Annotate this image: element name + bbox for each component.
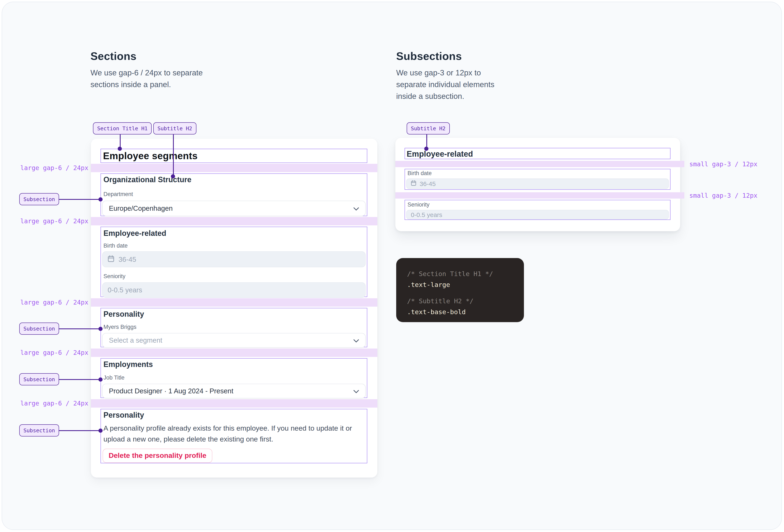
connector-dot-section-title [118, 147, 122, 151]
birth-date-placeholder: 36-45 [118, 255, 136, 263]
chevron-down-icon [354, 387, 359, 395]
subsection-title: Personality [104, 411, 366, 420]
gap-annotation-12-2: small gap-3 / 12px [689, 192, 757, 199]
subsection-employee-related: Employee-related Birth date 36-45 Senior… [101, 227, 367, 297]
birth-date-input[interactable]: 36-45 [102, 251, 366, 267]
subsection-title: Employments [104, 360, 366, 369]
job-title-value: Product Designer · 1 Aug 2024 - Present [109, 387, 233, 395]
department-label: Department [104, 191, 366, 198]
gap-annotation-24-3: large gap-6 / 24px [17, 299, 88, 306]
department-select[interactable]: Europe/Copenhagen [102, 201, 366, 216]
chevron-down-icon [354, 337, 359, 344]
subsections-heading: Subsections [396, 50, 462, 63]
element-seniority: Seniority 0-0.5 years [404, 200, 671, 220]
code-block: /* Section Title H1 */ .text-large /* Su… [396, 258, 524, 322]
tag-subtitle-h2-right: Subtitle H2 [407, 122, 450, 135]
subsection-tag-3: Subsection [19, 373, 59, 385]
code-comment-section-title: /* Section Title H1 */ [407, 269, 524, 279]
subsection-personality-delete: Personality A personality profile alread… [101, 409, 367, 463]
connector-dot-subsection-4 [99, 428, 103, 433]
gap-band-24-2 [91, 217, 377, 225]
spec-sheet: Sections We use gap-6 / 24px to separate… [0, 0, 784, 532]
connector-dot-subsection-2 [99, 327, 103, 331]
subsection-employments: Employments Job Title Product Designer ·… [101, 358, 367, 398]
code-class-text-large: .text-large [407, 279, 524, 290]
sections-heading: Sections [90, 50, 137, 63]
connector-dot-subtitle-right [424, 147, 428, 151]
gap-band-12-1 [395, 161, 684, 167]
birth-date-input[interactable]: 36-45 [406, 178, 669, 189]
connector-subsection-4 [54, 430, 101, 431]
seniority-label: Seniority [104, 273, 366, 280]
chevron-down-icon [354, 205, 359, 212]
myers-briggs-label: Myers Briggs [104, 324, 366, 331]
birth-date-label: Birth date [104, 243, 366, 249]
gap-band-24-1 [91, 164, 377, 172]
tag-section-title-h1: Section Title H1 [93, 122, 152, 135]
gap-annotation-24-1: large gap-6 / 24px [17, 164, 88, 172]
connector-subtitle-left [173, 135, 174, 176]
subsection-title: Personality [104, 310, 366, 319]
subsections-description: We use gap-3 or 12px to separate individ… [396, 67, 510, 102]
tag-subtitle-h2-left: Subtitle H2 [153, 122, 196, 135]
gap-band-24-3 [91, 298, 377, 307]
subsection-tag-2: Subsection [19, 323, 59, 335]
birth-date-placeholder: 36-45 [420, 180, 436, 187]
subsection-personality: Personality Myers Briggs Select a segmen… [101, 308, 367, 347]
connector-dot-subtitle-left [171, 174, 175, 178]
section-title: Employee segments [103, 149, 367, 163]
connector-subsection-1 [54, 199, 101, 200]
code-comment-subtitle: /* Subtitle H2 */ [407, 296, 524, 307]
subtitle-box: Employee-related [404, 148, 671, 159]
gap-annotation-24-2: large gap-6 / 24px [17, 217, 88, 225]
code-class-text-base-bold: .text-base-bold [407, 307, 524, 317]
element-birth-date: Birth date 36-45 [404, 169, 671, 190]
connector-subsection-2 [54, 329, 101, 329]
subsection-title: Organizational Structure [104, 175, 366, 184]
gap-band-12-2 [395, 192, 684, 199]
subsection-title: Employee-related [104, 229, 366, 238]
calendar-icon [411, 180, 416, 188]
connector-dot-subsection-3 [99, 377, 103, 382]
subsection-tag-1: Subsection [19, 193, 59, 205]
subtitle-text: Employee-related [407, 149, 670, 159]
sections-description: We use gap-6 / 24px to separate sections… [90, 67, 209, 90]
seniority-placeholder: 0-0.5 years [108, 286, 142, 294]
gap-annotation-12-1: small gap-3 / 12px [689, 161, 757, 168]
job-title-label: Job Title [104, 374, 366, 381]
code-spacer [407, 290, 524, 296]
gap-band-24-5 [91, 399, 377, 408]
seniority-input[interactable]: 0-0.5 years [406, 210, 669, 220]
seniority-label: Seniority [408, 201, 669, 208]
seniority-placeholder: 0-0.5 years [411, 211, 442, 218]
connector-dot-subsection-1 [99, 197, 103, 201]
department-value: Europe/Copenhagen [109, 204, 173, 213]
subsection-tag-4: Subsection [19, 424, 59, 437]
gap-band-24-4 [91, 348, 377, 357]
gap-annotation-24-5: large gap-6 / 24px [17, 400, 88, 407]
section-title-box: Employee segments [101, 149, 367, 163]
delete-personality-button[interactable]: Delete the personality profile [103, 449, 212, 463]
birth-date-label: Birth date [408, 170, 669, 177]
calendar-icon [108, 255, 114, 264]
job-title-select[interactable]: Product Designer · 1 Aug 2024 - Present [102, 384, 366, 398]
gap-annotation-24-4: large gap-6 / 24px [17, 349, 88, 357]
segment-placeholder: Select a segment [109, 336, 162, 344]
personality-description: A personality profile already exists for… [104, 423, 365, 444]
segment-select[interactable]: Select a segment [102, 333, 366, 348]
seniority-input[interactable]: 0-0.5 years [102, 282, 366, 298]
subsection-organizational-structure: Organizational Structure Department Euro… [101, 173, 367, 216]
connector-subsection-3 [54, 379, 101, 380]
